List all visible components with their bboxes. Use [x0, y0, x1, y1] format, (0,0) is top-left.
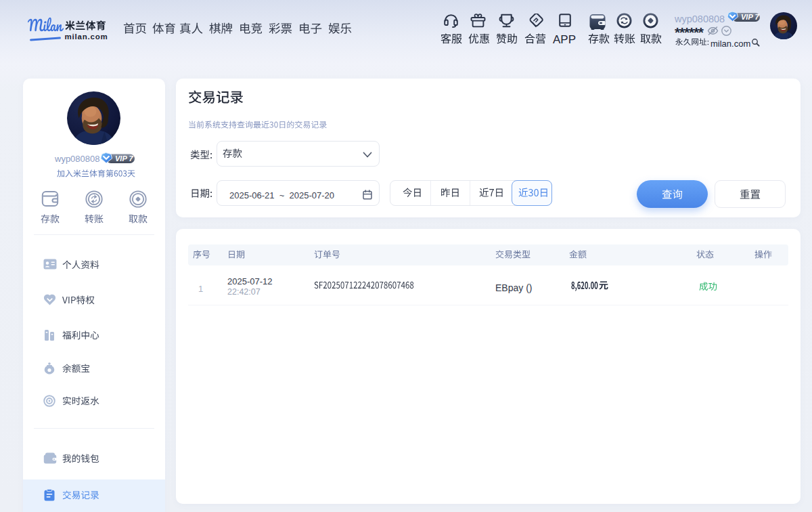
svg-text:VIP 7: VIP 7 — [115, 154, 133, 163]
svg-text:VIP 7: VIP 7 — [741, 13, 759, 21]
